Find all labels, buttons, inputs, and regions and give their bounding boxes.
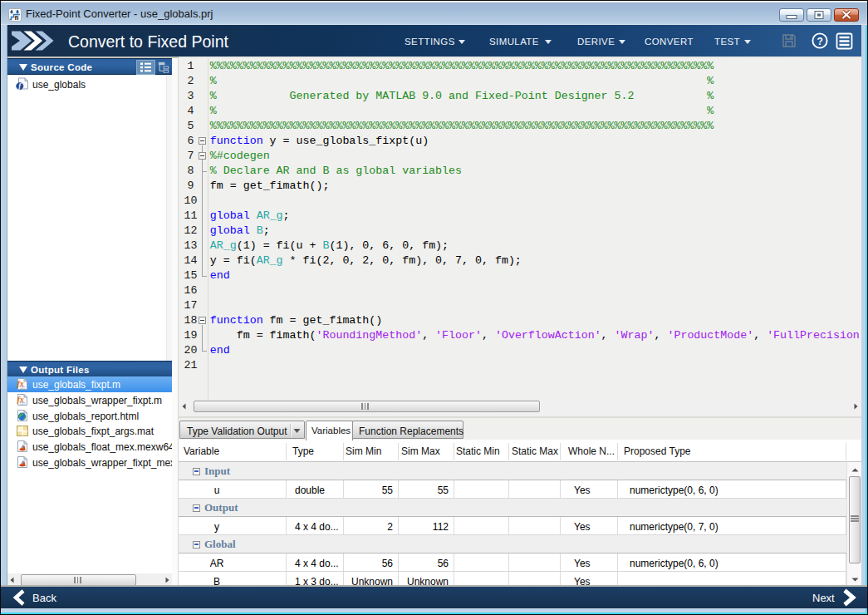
svg-text:?: ?	[817, 36, 823, 47]
svg-text:fx: fx	[17, 379, 24, 388]
svg-text:fx: fx	[17, 394, 24, 403]
svg-text:fi: fi	[15, 14, 19, 22]
